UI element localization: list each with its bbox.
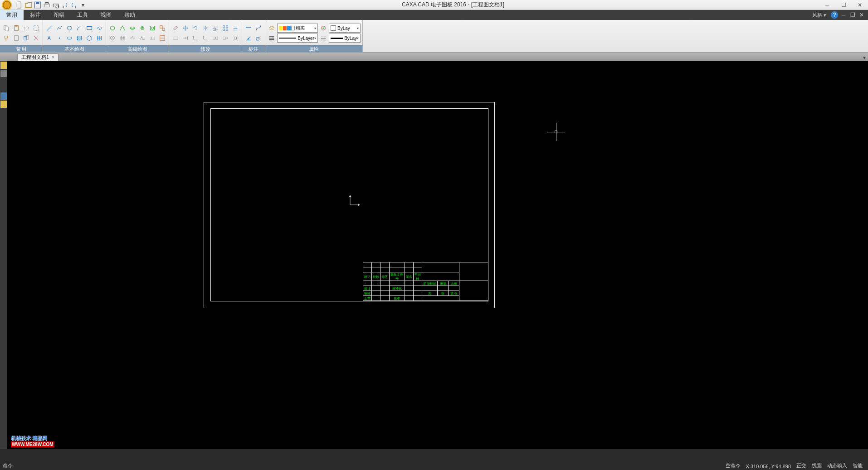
lineweight-dropdown[interactable]: ByLay▾ <box>329 34 361 43</box>
rectangle-icon[interactable] <box>85 24 94 33</box>
undo-icon[interactable] <box>61 1 69 9</box>
clipboard-icon[interactable] <box>12 34 21 43</box>
ribbon: 常用 A 基本绘图 <box>0 20 868 53</box>
dim-linear-icon[interactable] <box>244 24 253 33</box>
qat-dropdown-icon[interactable]: ▾ <box>79 1 87 9</box>
paste-icon[interactable] <box>12 24 21 33</box>
menu-annotation[interactable]: 标注 <box>24 10 47 20</box>
ellipse-icon[interactable] <box>65 34 74 43</box>
erase-icon[interactable] <box>171 24 180 33</box>
menu-view[interactable]: 视图 <box>94 10 118 20</box>
hole-icon[interactable] <box>148 24 157 33</box>
open-icon[interactable] <box>24 1 33 9</box>
app-icon[interactable] <box>2 0 12 10</box>
menu-common[interactable]: 常用 <box>0 10 24 20</box>
centerline-icon[interactable] <box>118 24 127 33</box>
menu-help[interactable]: 帮助 <box>118 10 141 20</box>
break-icon[interactable] <box>128 24 137 33</box>
tolerance-icon[interactable] <box>148 34 157 43</box>
print-icon[interactable] <box>43 1 51 9</box>
side-tab-1[interactable] <box>0 62 7 69</box>
cut-icon[interactable] <box>22 24 31 33</box>
maximize-button[interactable]: ☐ <box>835 0 852 10</box>
layer-icon[interactable] <box>267 24 276 33</box>
construction-icon[interactable] <box>95 34 104 43</box>
close-button[interactable]: ✕ <box>852 0 868 10</box>
menu-frame[interactable]: 图幅 <box>47 10 71 20</box>
polygon-icon[interactable] <box>85 34 94 43</box>
circle-icon[interactable] <box>65 24 74 33</box>
status-dyninput[interactable]: 动态输入 <box>824 462 850 469</box>
dim-angular-icon[interactable] <box>244 34 253 43</box>
copy-icon[interactable] <box>2 24 11 33</box>
lineweight-icon[interactable] <box>267 34 276 43</box>
dim-aligned-icon[interactable] <box>254 24 263 33</box>
select-all-icon[interactable] <box>32 24 41 33</box>
status-ortho[interactable]: 正交 <box>794 462 809 469</box>
layer-dropdown[interactable]: 粗实▾ <box>277 24 318 33</box>
print-preview-icon[interactable] <box>52 1 60 9</box>
trim-icon[interactable] <box>171 34 180 43</box>
new-icon[interactable] <box>15 1 24 9</box>
menu-tools[interactable]: 工具 <box>71 10 94 20</box>
minimize-button[interactable]: ─ <box>819 0 835 10</box>
style-button[interactable]: 风格 ▾ <box>809 12 829 19</box>
document-tab[interactable]: 工程图文档1 × <box>17 53 59 61</box>
svg-point-51 <box>322 27 324 29</box>
lw-display-icon[interactable] <box>319 34 328 43</box>
break2-icon[interactable] <box>211 34 220 43</box>
status-smart[interactable]: 智能 <box>850 462 865 469</box>
point-icon[interactable] <box>55 34 64 43</box>
polyline-icon[interactable] <box>55 24 64 33</box>
mirror-icon[interactable] <box>201 24 210 33</box>
status-lineweight[interactable]: 线宽 <box>809 462 824 469</box>
svg-rect-14 <box>15 36 19 41</box>
move-icon[interactable] <box>181 24 190 33</box>
roughness-icon[interactable] <box>138 34 147 43</box>
spline-icon[interactable] <box>95 24 104 33</box>
help-icon[interactable]: ? <box>831 11 838 19</box>
save-icon[interactable] <box>34 1 42 9</box>
rotate-icon[interactable] <box>191 24 200 33</box>
offset-icon[interactable] <box>231 24 240 33</box>
delete-icon[interactable] <box>32 34 41 43</box>
stretch-icon[interactable] <box>221 34 230 43</box>
mdi-restore-icon[interactable]: ❐ <box>849 11 856 19</box>
format-painter-icon[interactable] <box>2 34 11 43</box>
side-tab-4[interactable] <box>0 101 7 108</box>
left-sidebar <box>0 61 7 449</box>
library-icon[interactable] <box>158 34 167 43</box>
arc-icon[interactable] <box>75 24 84 33</box>
watermark: 机械技术 精品网 WWW.ME28W.COM <box>11 435 54 447</box>
mdi-minimize-icon[interactable]: ─ <box>840 11 847 19</box>
block-icon[interactable] <box>158 24 167 33</box>
color-dropdown[interactable]: ByLay▾ <box>329 24 361 33</box>
fillet-icon[interactable] <box>191 34 200 43</box>
dim-radius-icon[interactable] <box>254 34 263 43</box>
line-icon[interactable] <box>45 24 54 33</box>
symbol-icon[interactable] <box>108 34 117 43</box>
tab-close-icon[interactable]: × <box>52 55 54 60</box>
linetype-dropdown[interactable]: ByLayer▾ <box>277 34 318 43</box>
explode-icon[interactable] <box>231 34 240 43</box>
status-empty-cmd[interactable]: 空命令 <box>723 462 743 469</box>
scale-icon[interactable] <box>211 24 220 33</box>
mdi-close-icon[interactable]: ✕ <box>858 11 865 19</box>
special-paste-icon[interactable] <box>22 34 31 43</box>
array-icon[interactable] <box>221 24 230 33</box>
chamfer-icon[interactable] <box>201 34 210 43</box>
side-tab-2[interactable] <box>0 70 7 77</box>
table-icon[interactable] <box>118 34 127 43</box>
text-icon[interactable]: A <box>45 34 54 43</box>
hatch-icon[interactable] <box>75 34 84 43</box>
weld-icon[interactable] <box>128 34 137 43</box>
drawing-canvas[interactable]: 标记处数分区更改文件号签名年月日 阶段标记重量比例 设计标准化 审核共张第 张 … <box>7 61 868 449</box>
tabs-overflow-icon[interactable]: ▾ <box>861 54 868 61</box>
redo-icon[interactable] <box>70 1 78 9</box>
gear-icon[interactable] <box>138 24 147 33</box>
side-tab-3[interactable] <box>0 92 7 100</box>
title-block: 标记处数分区更改文件号签名年月日 阶段标记重量比例 设计标准化 审核共张第 张 … <box>363 262 488 301</box>
revision-cloud-icon[interactable] <box>108 24 117 33</box>
extend-icon[interactable] <box>181 34 190 43</box>
match-props-icon[interactable] <box>319 24 328 33</box>
